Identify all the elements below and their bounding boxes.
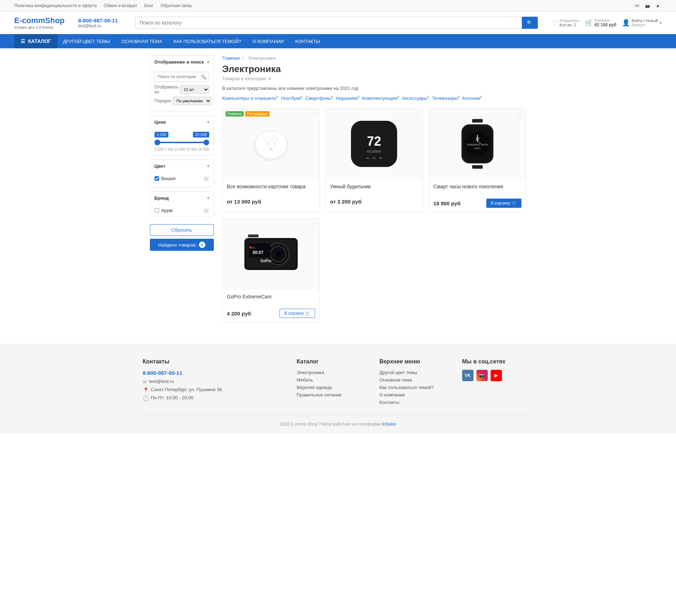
subcat-4[interactable]: Комплектующие0 (362, 95, 399, 101)
cart-info: Корзина 62 100 руб (595, 18, 616, 27)
logo[interactable]: E-commShop InSales gen 2.0 theme (14, 16, 71, 29)
brand-apple-label[interactable]: Apple (155, 208, 173, 213)
topbar-link-exchange[interactable]: Обмен и возврат (104, 3, 137, 8)
nav-link-0[interactable]: ДРУГОЙ ЦВЕТ ТЕМЫ (58, 34, 116, 48)
add-to-cart-button-3[interactable]: В корзину 🛒 (486, 199, 522, 208)
catalog-button[interactable]: ☰ КАТАЛОГ (14, 34, 58, 48)
svg-point-28 (275, 251, 281, 257)
display-by-label: Отображать по (155, 85, 179, 94)
product-card-1: Новинка Распродажа ♡ (222, 108, 320, 212)
sidebar-brand-header[interactable]: Бренд ▾ (150, 192, 213, 204)
vk-icon[interactable]: VK (633, 2, 640, 9)
svg-text:00:07: 00:07 (253, 250, 264, 255)
breadcrumb-home[interactable]: Главная (222, 55, 240, 61)
brand-apple-text: Apple (161, 208, 173, 213)
product-price-4: 4 200 руб (227, 310, 251, 317)
subcat-1[interactable]: Ноутбуки0 (281, 95, 303, 101)
order-select[interactable]: По умолчанию (173, 97, 211, 105)
sidebar-price-body: 3 200 20 000 3 200 7 400 11 600 15 800 2… (150, 128, 213, 155)
footer-catalog-link-0[interactable]: Электроника (297, 370, 368, 375)
heart-icon: ♡ (552, 19, 558, 27)
youtube-icon[interactable]: ▶ (655, 2, 662, 9)
display-by-select[interactable]: 12 шт (180, 85, 209, 94)
footer-menu-link-4[interactable]: Контакты (379, 400, 451, 405)
account-action[interactable]: 👤 Войти / Новый Аккаунт ▾ (622, 18, 662, 27)
subcat-0[interactable]: Компьютеры и планшеты0 (222, 95, 278, 101)
page-title: Электроника (222, 64, 526, 75)
footer-menu-link-1[interactable]: Основная тема (379, 377, 451, 383)
footer-catalog-link-2[interactable]: Верхняя одежда (297, 385, 368, 390)
cart-price: 62 100 руб (595, 22, 616, 27)
product-info-3: Смарт часы нового поколения 18 900 руб В… (429, 179, 526, 212)
subcat-6[interactable]: Телевизоры0 (432, 95, 460, 101)
product-image-wrap-3: ♡ 12 TRAINING WITH NYC (429, 108, 526, 179)
product-price-row-3: 18 900 руб В корзину 🛒 (433, 199, 522, 208)
reset-filters-button[interactable]: Сбросить (150, 224, 214, 236)
subcategories: Компьютеры и планшеты0 Ноутбуки0 Смартфо… (222, 95, 526, 101)
topbar-link-privacy[interactable]: Политика конфиденциальности и оферта (14, 3, 97, 8)
found-products-button[interactable]: Найдено товаров: 1 (150, 239, 214, 251)
svg-rect-14 (472, 165, 483, 169)
brand-apple-checkbox[interactable] (155, 208, 159, 213)
subcat-3[interactable]: Наушники0 (336, 95, 359, 101)
header-phone[interactable]: 8-800-987-00-11 (78, 17, 118, 23)
topbar-link-blog[interactable]: Блог (144, 3, 153, 8)
brand-apple-count: 1 (203, 208, 209, 213)
svg-rect-10 (366, 157, 369, 159)
color-cherry-label[interactable]: Вишня (155, 176, 176, 181)
subcat-2[interactable]: Смартфоны0 (305, 95, 333, 101)
wishlist-button-3[interactable]: ♡ (517, 111, 523, 119)
subcat-5[interactable]: Аксессуары2 (402, 95, 429, 101)
color-section-label: Цвет (155, 163, 166, 169)
footer-vk-button[interactable]: VK (462, 370, 474, 381)
search-input[interactable] (135, 17, 522, 29)
footer-insales-link[interactable]: InSales (382, 422, 396, 427)
svg-point-6 (269, 148, 273, 150)
footer-youtube-button[interactable]: ▶ (491, 370, 502, 381)
sidebar-color-section: Цвет ▾ Вишня 1 (150, 160, 214, 187)
sidebar-price-header[interactable]: Цена ▾ (150, 116, 213, 128)
cart-icon: 🛒 (585, 19, 593, 27)
footer-social-title: Мы в соц.сетях (462, 358, 534, 365)
add-to-cart-button-4[interactable]: В корзину 🛒 (280, 309, 315, 318)
sidebar-display-header[interactable]: Отображение и поиск ▾ (150, 56, 213, 68)
range-handle-min[interactable] (155, 140, 160, 145)
instagram-icon[interactable]: 📷 (644, 2, 651, 9)
found-label: Найдено товаров: (158, 242, 197, 248)
color-cherry-checkbox[interactable] (155, 176, 159, 181)
sidebar-color-header[interactable]: Цвет ▾ (150, 160, 213, 172)
sidebar-brand-section: Бренд ▾ Apple 1 (150, 191, 214, 217)
product-badges-1: Новинка Распродажа (226, 111, 270, 117)
category-search-wrap: 🔍 (155, 72, 209, 82)
svg-rect-11 (373, 157, 375, 159)
nav-link-2[interactable]: КАК ПОЛЬЗОВАТЬСЯ ТЕМОЙ? (168, 34, 247, 48)
footer-instagram-button[interactable]: 📷 (476, 370, 488, 381)
footer-menu-link-0[interactable]: Другой цвет темы (379, 370, 451, 375)
search-button[interactable]: 🔍 (522, 17, 538, 29)
nav-link-1[interactable]: ОСНОВНАЯ ТЕМА (116, 34, 168, 48)
subcat-7[interactable]: Колонки0 (463, 95, 482, 101)
svg-text:72: 72 (367, 134, 381, 148)
wishlist-button-4[interactable]: ♡ (311, 221, 317, 229)
wishlist-button-2[interactable]: ♡ (414, 111, 420, 119)
footer-email-item: ✉ test@test.ru (143, 379, 286, 385)
topbar-link-feedback[interactable]: Обратная связь (161, 3, 192, 8)
footer-catalog-link-3[interactable]: Правильное питание (297, 392, 368, 398)
footer-bottom-link-text: работает на платформе (333, 422, 381, 427)
footer-address-item: 📍 Санкт-Петербург, ул. Пушкина 36 (143, 387, 286, 393)
display-chevron-icon: ▾ (207, 60, 209, 65)
footer-phone[interactable]: 8-800-987-00-11 (143, 370, 286, 376)
cart-action[interactable]: 🛒 Корзина 62 100 руб (585, 18, 616, 27)
footer-menu-link-2[interactable]: Как пользоваться темой? (379, 385, 451, 390)
range-handle-max[interactable] (204, 140, 209, 145)
footer-catalog-col: Каталог Электроника Мебель Верхняя одежд… (297, 358, 368, 407)
wishlist-action[interactable]: ♡ Избранное Кол-во: 2 (552, 18, 579, 27)
footer-contacts-title: Контакты (143, 358, 286, 365)
nav-link-3[interactable]: О КОМПАНИИ (247, 34, 290, 48)
wishlist-button-1[interactable]: ♡ (311, 111, 317, 119)
product-card-2: ♡ 72 ecobee Умный будильник от 3 200 руб (325, 108, 423, 212)
footer-catalog-link-1[interactable]: Мебель (297, 377, 368, 383)
breadcrumb: Главная / Электроника (222, 55, 526, 61)
nav-link-4[interactable]: КОНТАКТЫ (290, 34, 326, 48)
footer-menu-link-3[interactable]: О компании (379, 392, 451, 398)
